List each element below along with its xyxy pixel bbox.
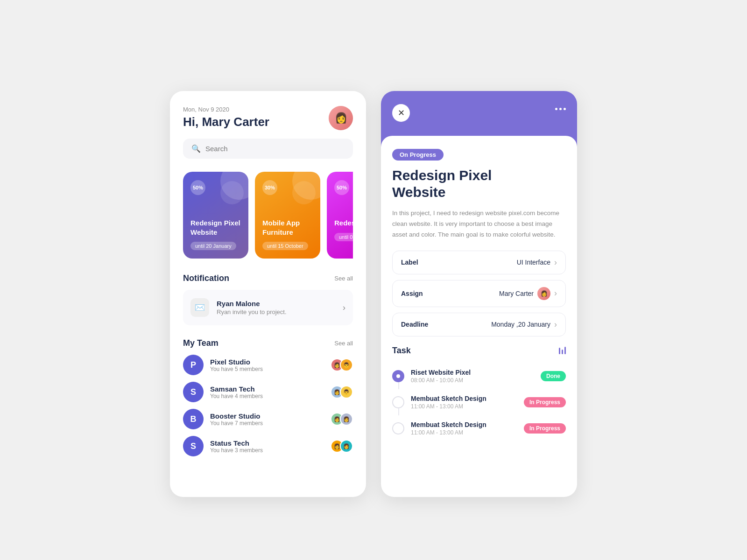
task-2-radio[interactable]: [392, 396, 404, 408]
team-avatar: 👩: [340, 413, 353, 426]
greeting: Hi, Mary Carter: [183, 115, 269, 129]
user-info: Mon, Nov 9 2020 Hi, Mary Carter: [183, 106, 269, 129]
project-description: In this project, I need to redesign webs…: [392, 208, 566, 240]
right-content: On Progress Redesign Pixel Website In th…: [381, 136, 577, 455]
card-2-title: Mobile App Furniture: [262, 218, 313, 237]
task-1-name: Riset Website Pixel: [411, 369, 534, 376]
notification-arrow-icon: ›: [343, 303, 345, 313]
filter-bar-1: [559, 348, 560, 354]
team-1-name: Pixel Studio: [210, 358, 324, 366]
task-1-radio[interactable]: [392, 370, 404, 382]
dot-3: [564, 108, 566, 110]
project-card-1[interactable]: 50% Redesign Pixel Website until 20 Janu…: [183, 172, 248, 259]
assign-key: Assign: [401, 290, 438, 297]
assign-avatar: 👩: [537, 287, 550, 300]
task-2-time: 11:00 AM - 13:00 AM: [411, 403, 517, 410]
project-title-line2: Website: [392, 184, 445, 200]
deadline-arrow-icon: ›: [554, 320, 557, 329]
assign-row[interactable]: Assign Mary Carter 👩 ›: [392, 280, 566, 307]
screen-container: Mon, Nov 9 2020 Hi, Mary Carter 👩 🔍 50% …: [170, 91, 577, 497]
team-3-avatars: 👩 👩: [331, 413, 353, 426]
project-card-3[interactable]: 50% Redesign IKEA until 07 No: [327, 172, 353, 259]
team-4-icon: S: [183, 436, 204, 456]
task-item-3[interactable]: Membuat Sketch Design 11:00 AM - 13:00 A…: [392, 415, 566, 441]
search-bar[interactable]: 🔍: [183, 139, 353, 159]
team-item-4[interactable]: S Status Tech You have 3 members 👩 👩: [183, 436, 353, 456]
task-1-badge: Done: [541, 371, 566, 381]
team-see-all[interactable]: See all: [334, 340, 353, 347]
card-3-date: until 07 No: [334, 233, 353, 241]
avatar[interactable]: 👩: [329, 106, 353, 130]
label-value: UI Interface ›: [438, 258, 557, 267]
status-badge: On Progress: [392, 149, 444, 161]
assign-value: Mary Carter 👩 ›: [438, 287, 557, 300]
search-icon: 🔍: [191, 144, 201, 153]
team-4-name: Status Tech: [210, 439, 324, 447]
task-3-radio[interactable]: [392, 422, 404, 434]
task-list: Riset Website Pixel 08:00 AM - 10:00 AM …: [392, 363, 566, 441]
project-main-title: Redesign Pixel Website: [392, 167, 566, 201]
team-1-avatars: 👩 👨: [331, 358, 353, 371]
label-row[interactable]: Label UI Interface ›: [392, 251, 566, 274]
project-cards-row: 50% Redesign Pixel Website until 20 Janu…: [183, 172, 353, 259]
team-1-members: You have 5 members: [210, 366, 324, 372]
task-item-2[interactable]: Membuat Sketch Design 11:00 AM - 13:00 A…: [392, 389, 566, 415]
notif-name: Ryan Malone: [217, 300, 335, 308]
deadline-value: Monday ,20 January ›: [438, 320, 557, 329]
team-2-icon: S: [183, 382, 204, 402]
notification-card[interactable]: ✉️ Ryan Malone Ryan invite you to projec…: [183, 290, 353, 325]
assign-arrow-icon: ›: [554, 288, 557, 298]
team-4-members: You have 3 members: [210, 447, 324, 454]
team-list: P Pixel Studio You have 5 members 👩 👨 S …: [183, 355, 353, 456]
task-section-title: Task: [392, 346, 411, 356]
card-1-date: until 20 January: [190, 242, 236, 250]
dot-2: [559, 108, 562, 110]
card-3-title: Redesign IKEA: [334, 218, 353, 228]
team-header: My Team See all: [183, 338, 353, 348]
label-key: Label: [401, 259, 438, 266]
deadline-row[interactable]: Deadline Monday ,20 January ›: [392, 313, 566, 336]
filter-icon[interactable]: [559, 347, 566, 354]
task-1-info: Riset Website Pixel 08:00 AM - 10:00 AM: [411, 369, 534, 384]
right-panel: ✕ On Progress Redesign Pixel Website In …: [381, 91, 577, 497]
task-header: Task: [392, 346, 566, 356]
notification-see-all[interactable]: See all: [334, 275, 353, 282]
deadline-key: Deadline: [401, 321, 438, 328]
task-3-info: Membuat Sketch Design 11:00 AM - 13:00 A…: [411, 421, 517, 436]
notification-header: Notification See all: [183, 273, 353, 283]
team-2-info: Samsan Tech You have 4 members: [210, 385, 324, 399]
close-button[interactable]: ✕: [392, 104, 410, 122]
task-2-badge: In Progress: [524, 397, 566, 407]
team-item-2[interactable]: S Samsan Tech You have 4 members 👩 👨: [183, 382, 353, 402]
project-card-2[interactable]: 30% Mobile App Furniture until 15 Octobe…: [255, 172, 320, 259]
card-2-date: until 15 October: [262, 242, 308, 250]
team-2-avatars: 👩 👨: [331, 385, 353, 399]
notification-content: Ryan Malone Ryan invite you to project.: [217, 300, 335, 315]
team-title: My Team: [183, 338, 218, 348]
team-4-info: Status Tech You have 3 members: [210, 439, 324, 454]
dot-1: [555, 108, 557, 110]
team-3-name: Booster Studio: [210, 412, 324, 420]
team-avatar: 👩: [340, 440, 353, 453]
team-3-icon: B: [183, 409, 204, 429]
team-item-1[interactable]: P Pixel Studio You have 5 members 👩 👨: [183, 355, 353, 375]
card-2-percent: 30%: [262, 180, 277, 195]
team-1-info: Pixel Studio You have 5 members: [210, 358, 324, 372]
more-options[interactable]: [555, 104, 566, 110]
search-input[interactable]: [205, 145, 345, 153]
task-3-badge: In Progress: [524, 423, 566, 434]
date-text: Mon, Nov 9 2020: [183, 106, 269, 113]
task-item-1[interactable]: Riset Website Pixel 08:00 AM - 10:00 AM …: [392, 363, 566, 389]
notif-desc: Ryan invite you to project.: [217, 308, 335, 315]
header-row: Mon, Nov 9 2020 Hi, Mary Carter 👩: [183, 106, 353, 130]
task-2-info: Membuat Sketch Design 11:00 AM - 13:00 A…: [411, 395, 517, 410]
task-3-name: Membuat Sketch Design: [411, 421, 517, 428]
team-item-3[interactable]: B Booster Studio You have 7 members 👩 👩: [183, 409, 353, 429]
project-title-line1: Redesign Pixel: [392, 168, 492, 183]
team-avatar: 👨: [340, 358, 353, 371]
team-2-name: Samsan Tech: [210, 385, 324, 393]
label-arrow-icon: ›: [554, 258, 557, 267]
notification-icon: ✉️: [190, 298, 209, 317]
left-panel: Mon, Nov 9 2020 Hi, Mary Carter 👩 🔍 50% …: [170, 91, 366, 497]
avatar-image: 👩: [329, 106, 353, 130]
